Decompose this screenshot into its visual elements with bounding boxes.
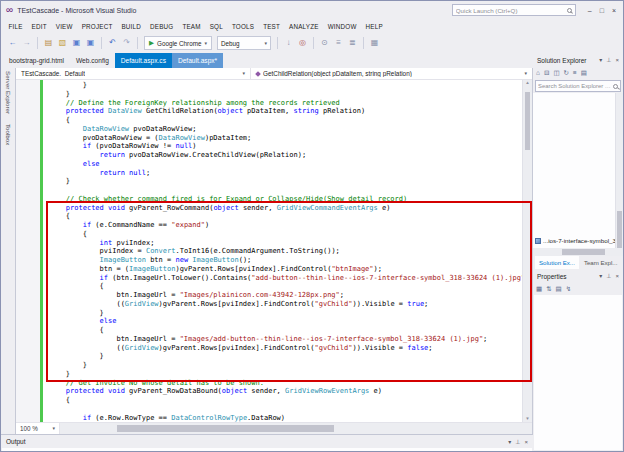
find-icon[interactable]: ⊙ <box>318 37 331 50</box>
tab-default-aspx-cs[interactable]: Default.aspx.cs <box>115 53 172 68</box>
tree-item-label: ...ios-7-interface-symbol_318-3 <box>543 237 623 244</box>
breakpoint-icon[interactable]: ◎ <box>296 37 309 50</box>
scrollbar-thumb[interactable] <box>617 211 622 248</box>
pin-icon[interactable]: ⊥ <box>606 273 611 279</box>
editor-vertical-scrollbar[interactable]: ▲ ▼ <box>522 80 532 422</box>
menu-item-debug[interactable]: DEBUG <box>146 23 178 30</box>
solution-configuration-select[interactable]: Debug▾ <box>217 36 271 50</box>
tab-web-config[interactable]: Web.config <box>70 53 115 68</box>
alphabetical-icon[interactable]: ⇅ <box>546 286 551 293</box>
open-file-icon[interactable]: ▧ <box>56 37 69 50</box>
save-icon[interactable]: ▣ <box>70 37 83 50</box>
menu-item-sql[interactable]: SQL <box>205 23 227 30</box>
menu-item-window[interactable]: WINDOW <box>323 23 361 30</box>
code-token <box>49 151 100 159</box>
tool-window-tab-team-expl[interactable]: Team Expl... <box>580 256 622 269</box>
tab-default-aspx[interactable]: Default.aspx* <box>172 53 223 68</box>
solution-explorer-tree[interactable]: ...ios-7-interface-symbol_318-328px.png <box>533 93 623 248</box>
window-position-icon[interactable]: ▾ <box>599 273 602 279</box>
menu-item-file[interactable]: FILE <box>4 23 27 30</box>
show-all-files-icon[interactable]: ◫ <box>553 70 559 77</box>
run-target-label: Google Chrome <box>157 40 201 47</box>
code-token: { <box>49 230 87 238</box>
home-icon[interactable]: ⌂ <box>536 70 540 77</box>
save-all-icon[interactable]: ▣ <box>84 37 97 50</box>
solution-explorer-search-input[interactable]: Search Solution Explorer (Ctrl+...) <box>535 80 621 92</box>
search-placeholder: Search Solution Explorer (Ctrl+...) <box>538 83 611 89</box>
view-code-icon[interactable]: ≡ <box>573 70 577 77</box>
menu-item-edit[interactable]: EDIT <box>27 23 51 30</box>
menu-item-analyze[interactable]: ANALYZE <box>285 23 324 30</box>
close-icon[interactable]: × <box>524 439 528 445</box>
close-button[interactable]: × <box>612 7 616 14</box>
menu-item-test[interactable]: TEST <box>259 23 285 30</box>
title-bar: ∞ TEstCascade - Microsoft Visual Studio … <box>1 1 623 19</box>
pin-icon[interactable]: ⊥ <box>606 57 611 63</box>
code-token <box>49 160 83 168</box>
navigate-backward-icon[interactable]: ← <box>6 37 19 50</box>
property-pages-icon[interactable]: ▤ <box>556 286 562 293</box>
scrollbar-thumb[interactable] <box>117 425 334 432</box>
menu-item-help[interactable]: HELP <box>361 23 387 30</box>
member-selector[interactable]: GetChildRelation(object pDataItem, strin… <box>251 68 532 79</box>
code-token: btn = ( <box>49 265 129 273</box>
scrollbar-thumb[interactable] <box>562 249 605 255</box>
categorized-icon[interactable]: ▦ <box>536 286 542 293</box>
menu-item-tools[interactable]: TOOLS <box>227 23 258 30</box>
navigate-forward-icon[interactable]: → <box>20 37 33 50</box>
new-file-icon[interactable]: ▤ <box>42 37 55 50</box>
window-position-icon[interactable]: ▾ <box>599 57 602 63</box>
zoom-select[interactable]: 100 % ▾ <box>16 423 60 434</box>
class-selector[interactable]: TEstCascade._Default ▾ <box>16 68 251 79</box>
code-line: ((GridView)gvParent.Rows[pviIndex].FindC… <box>49 300 522 309</box>
close-icon[interactable]: × <box>615 57 619 63</box>
code-editor[interactable]: } } // Define the ForeignKey relationshi… <box>16 80 532 422</box>
tree-item[interactable]: ...ios-7-interface-symbol_318-3 <box>533 235 615 246</box>
code-token: ; <box>424 300 428 308</box>
tool-tab-toolbox[interactable]: Toolbox <box>5 124 12 145</box>
window-position-icon[interactable]: ▾ <box>508 439 511 445</box>
redo-icon[interactable]: ↷ <box>120 37 133 50</box>
menu-item-view[interactable]: VIEW <box>51 23 77 30</box>
menu-item-team[interactable]: TEAM <box>178 23 205 30</box>
comment-icon[interactable]: ≡ <box>332 37 345 50</box>
menu-item-project[interactable]: PROJECT <box>77 23 117 30</box>
editor-horizontal-scrollbar[interactable] <box>60 423 532 434</box>
code-line: protected void gvParent_RowCommand(objec… <box>49 204 522 213</box>
code-token <box>49 107 66 115</box>
refresh-icon[interactable]: ↻ <box>564 70 569 77</box>
collapse-all-icon[interactable]: ⊟ <box>544 70 549 77</box>
code-token: if <box>83 221 91 229</box>
code-token: protected <box>66 107 104 115</box>
code-token: e) <box>378 204 391 212</box>
scroll-up-icon[interactable]: ▲ <box>525 81 529 86</box>
change-tracking-bar <box>40 80 43 422</box>
properties-icon[interactable]: ▤ <box>581 70 587 77</box>
tool-tab-server-explorer[interactable]: Server Explorer <box>5 71 12 114</box>
maximize-button[interactable]: □ <box>600 7 604 14</box>
code-line: else <box>49 160 522 169</box>
attach-debugger-icon[interactable]: ↓ <box>282 37 295 50</box>
extensions-icon[interactable]: ▦ <box>368 37 381 50</box>
events-icon[interactable]: ↯ <box>566 286 571 293</box>
scrollbar-thumb[interactable] <box>525 92 530 150</box>
tool-window-tab-solution-ex[interactable]: Solution Ex... <box>535 256 579 269</box>
uncomment-icon[interactable]: ≣ <box>346 37 359 50</box>
tree-horizontal-scrollbar[interactable] <box>533 248 623 256</box>
scroll-down-icon[interactable]: ▼ <box>525 417 529 422</box>
tab-bootstrap-grid-html[interactable]: bootstrap-grid.html <box>3 53 70 68</box>
menu-item-build[interactable]: BUILD <box>117 23 146 30</box>
toolbar-separator <box>137 37 138 49</box>
close-icon[interactable]: × <box>615 273 619 279</box>
start-debug-button[interactable]: ▶Google Chrome▾ <box>144 36 212 50</box>
code-token: ); <box>374 265 382 273</box>
output-header-icons: ▾⊥× <box>508 439 528 445</box>
undo-icon[interactable]: ↶ <box>106 37 119 50</box>
solution-explorer-header: Solution Explorer ▾⊥× <box>533 53 623 67</box>
code-token: "Images/add-button--thin-line--ios-7-int… <box>180 335 483 343</box>
quick-launch-input[interactable]: Quick Launch (Ctrl+Q) <box>452 4 576 16</box>
code-token: ImageButton <box>100 256 146 264</box>
minimize-button[interactable]: – <box>588 7 592 14</box>
pin-icon[interactable]: ⊥ <box>515 439 520 445</box>
tree-vertical-scrollbar[interactable] <box>615 93 623 248</box>
